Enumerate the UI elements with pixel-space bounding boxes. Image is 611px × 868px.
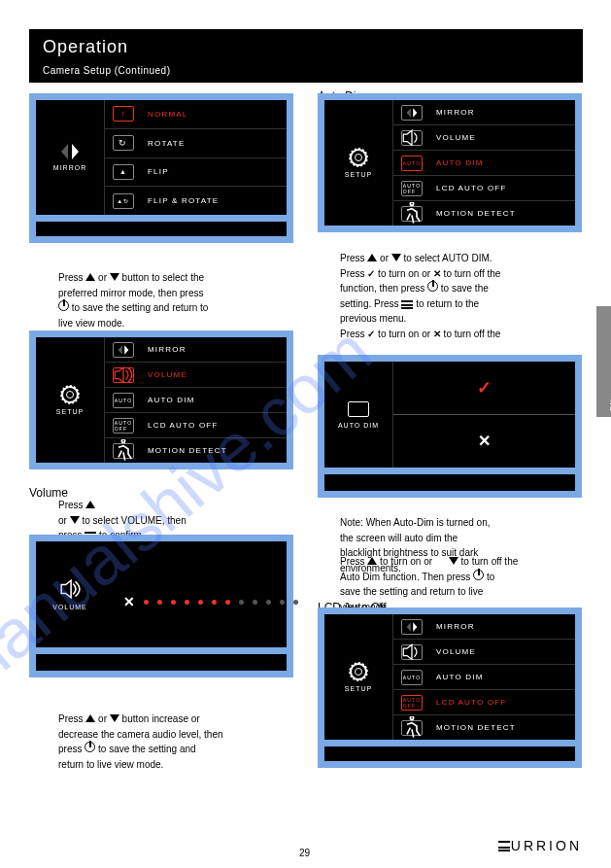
sidebar-label: AUTO DIM <box>338 422 379 429</box>
x-icon: ✕ <box>433 268 441 279</box>
mirror-icon <box>401 619 423 635</box>
speaker-icon <box>401 130 423 146</box>
down-arrow-icon <box>110 273 119 281</box>
screenshot-bottom-bar <box>29 222 293 243</box>
menu-icon <box>401 300 413 309</box>
speaker-icon <box>59 579 81 599</box>
gear-icon <box>350 663 367 680</box>
screenshot-setup-autodim: SETUP MIRROR VOLUME AUTOAUTO DIM AUTOOFF… <box>318 93 582 232</box>
power-icon <box>427 281 438 292</box>
menu-item-lcd[interactable]: AUTOOFFLCD AUTO OFF <box>392 690 575 715</box>
screenshot-bottom-bar <box>318 746 582 768</box>
sidebar-label: SETUP <box>345 685 372 692</box>
up-arrow-icon <box>85 714 95 722</box>
menu-item-motion[interactable]: MOTION DETECT <box>392 201 575 226</box>
up-arrow-icon <box>85 273 95 281</box>
sidebar-label: SETUP <box>56 408 84 415</box>
option-on[interactable]: ✓ <box>392 362 575 415</box>
mirror-icon <box>401 105 423 121</box>
up-arrow-icon <box>367 254 377 261</box>
sidebar-label: MIRROR <box>53 164 86 171</box>
gear-icon <box>350 149 367 166</box>
brand-logo: URRION <box>498 838 582 853</box>
menu-item-normal[interactable]: ↑NORMAL <box>104 100 287 129</box>
screen-icon <box>348 401 369 417</box>
screenshot-setup-lcd: SETUP MIRROR VOLUME AUTOAUTO DIM AUTOOFF… <box>318 608 582 746</box>
speaker-icon <box>113 367 134 383</box>
volume-slider[interactable]: ✕ + <box>123 594 315 609</box>
screenshot-mirror-menu: MIRROR ↑NORMAL ↻ROTATE ▲FLIP ▲↻FLIP & RO… <box>29 93 293 222</box>
menu-item-flip[interactable]: ▲FLIP <box>104 158 287 188</box>
sidebar-label: SETUP <box>345 171 372 178</box>
speaker-icon <box>401 644 423 660</box>
menu-item-volume[interactable]: VOLUME <box>104 363 287 388</box>
brand-e-icon <box>498 841 510 851</box>
screenshot-volume-level: VOLUME ✕ + <box>29 535 293 654</box>
mirror-icon <box>113 342 134 358</box>
menu-item-mirror[interactable]: MIRROR <box>392 100 575 125</box>
sidebar-label: VOLUME <box>52 604 87 610</box>
page-header: Operation Camera Setup (Continued) <box>29 29 583 83</box>
arrow-up-icon: ↑ <box>113 106 134 122</box>
auto-icon: AUTO <box>401 156 423 171</box>
flip-icon: ▲ <box>113 164 134 180</box>
menu-item-volume[interactable]: VOLUME <box>392 640 575 665</box>
x-icon: ✕ <box>478 432 491 450</box>
header-subtitle: Camera Setup (Continued) <box>43 65 569 76</box>
header-title: Operation <box>43 37 569 57</box>
menu-item-autodim[interactable]: AUTOAUTO DIM <box>392 151 575 176</box>
auto-icon: AUTO <box>113 393 134 408</box>
minus-icon[interactable]: ✕ <box>123 594 135 609</box>
instruction-paragraph: Press or button to select the preferred … <box>58 270 296 330</box>
instruction-paragraph: Press or button increase or decrease the… <box>58 712 296 772</box>
run-icon <box>113 443 134 459</box>
auto-icon: AUTO <box>401 670 423 685</box>
instruction-paragraph: Press or to select AUTO DIM. Press ✓ to … <box>340 251 583 341</box>
up-arrow-icon <box>367 557 377 565</box>
gear-icon <box>61 386 79 403</box>
option-off[interactable]: ✕ <box>392 415 575 469</box>
screenshot-bottom-bar <box>29 654 293 677</box>
power-icon <box>85 742 95 752</box>
up-arrow-icon <box>85 501 95 508</box>
down-arrow-icon <box>449 557 458 565</box>
menu-item-volume[interactable]: VOLUME <box>392 125 575 151</box>
menu-list: ↑NORMAL ↻ROTATE ▲FLIP ▲↻FLIP & ROTATE <box>104 100 287 215</box>
screenshot-bottom-bar <box>318 474 582 498</box>
menu-item-autodim[interactable]: AUTOAUTO DIM <box>104 388 287 413</box>
menu-item-rotate[interactable]: ↻ROTATE <box>104 129 287 158</box>
menu-item-flip-rotate[interactable]: ▲↻FLIP & ROTATE <box>104 187 287 215</box>
language-tab: EN <box>596 306 611 417</box>
screenshot-setup-volume: SETUP MIRROR VOLUME AUTOAUTO DIM AUTOOFF… <box>29 330 293 469</box>
lcd-icon: AUTOOFF <box>401 695 423 711</box>
menu-item-lcd[interactable]: AUTOOFFLCD AUTO OFF <box>392 176 575 201</box>
menu-item-lcd[interactable]: AUTOOFFLCD AUTO OFF <box>104 413 287 438</box>
mirror-icon <box>61 144 79 159</box>
menu-item-motion[interactable]: MOTION DETECT <box>392 715 575 740</box>
menu-item-mirror[interactable]: MIRROR <box>392 614 575 640</box>
flip-rotate-icon: ▲↻ <box>113 193 134 209</box>
down-arrow-icon <box>110 714 119 722</box>
menu-item-mirror[interactable]: MIRROR <box>104 337 287 363</box>
screenshot-autodim-toggle: AUTO DIM ✓ ✕ <box>318 355 582 474</box>
lcd-icon: AUTOOFF <box>113 418 134 434</box>
menu-item-motion[interactable]: MOTION DETECT <box>104 438 287 463</box>
rotate-icon: ↻ <box>113 135 134 151</box>
check-icon: ✓ <box>477 377 492 399</box>
down-arrow-icon <box>391 254 401 261</box>
lcd-icon: AUTOOFF <box>401 181 423 196</box>
power-icon <box>473 570 484 580</box>
page-number: 29 <box>299 848 310 858</box>
run-icon <box>401 720 423 736</box>
menu-item-autodim[interactable]: AUTOAUTO DIM <box>392 665 575 690</box>
power-icon <box>58 300 69 311</box>
x-icon: ✕ <box>433 329 441 339</box>
run-icon <box>401 206 423 222</box>
down-arrow-icon <box>70 516 80 524</box>
plus-icon[interactable]: + <box>307 594 315 609</box>
